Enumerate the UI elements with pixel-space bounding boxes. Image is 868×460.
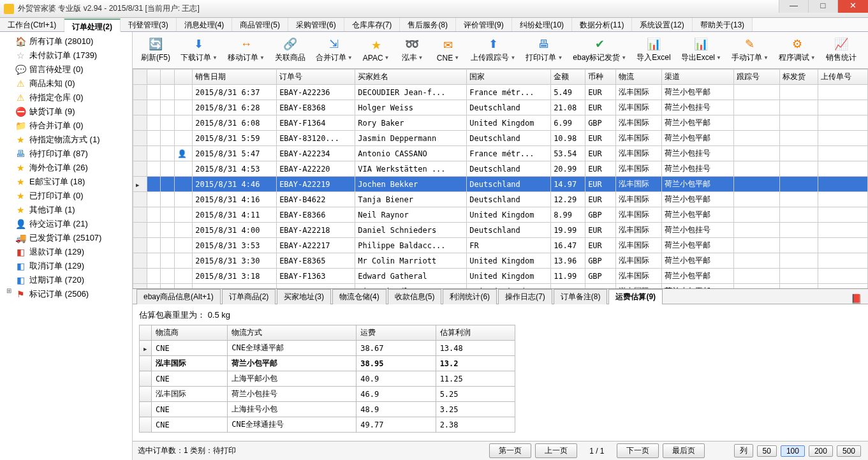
column-button[interactable]: 列 <box>734 444 753 457</box>
cell[interactable] <box>818 100 868 115</box>
cell[interactable]: 2015/8/31 3:30 <box>193 253 277 269</box>
cell[interactable]: France métr... <box>467 146 551 161</box>
cell[interactable] <box>161 161 175 177</box>
cell[interactable] <box>818 115 868 131</box>
cell[interactable]: EUR <box>585 177 616 192</box>
cell[interactable] <box>780 253 818 269</box>
cell[interactable] <box>734 223 780 238</box>
table-row[interactable]: 2015/8/31 3:18EBAY-F1363Edward GatheralU… <box>133 269 868 284</box>
table-row[interactable]: 2015/8/31 5:59EBAY-83120...Jasmin Depper… <box>133 131 868 146</box>
cell[interactable]: France métr... <box>467 85 551 100</box>
cell[interactable] <box>818 131 868 146</box>
menu-tab-5[interactable]: 采购管理(6) <box>288 18 344 31</box>
ship-row[interactable]: 泓丰国际荷兰小包挂号46.95.25 <box>140 387 515 402</box>
cell[interactable]: Daniel Schnieders <box>355 223 467 238</box>
cell[interactable]: 👤 <box>174 146 193 161</box>
cell[interactable]: Holger Weiss <box>355 100 467 115</box>
cell[interactable]: 泓丰国际 <box>616 192 662 207</box>
col-header[interactable]: 上传单号 <box>818 70 868 85</box>
cell[interactable]: 19.99 <box>551 223 585 238</box>
cell[interactable]: 2015/8/31 4:53 <box>193 161 277 177</box>
row-header[interactable] <box>133 131 147 146</box>
cell[interactable] <box>818 177 868 192</box>
ship-cell[interactable]: 2.38 <box>436 417 515 433</box>
maximize-button[interactable]: □ <box>808 0 837 13</box>
cell[interactable] <box>734 192 780 207</box>
cell[interactable] <box>818 161 868 177</box>
cell[interactable]: EUR <box>585 131 616 146</box>
cell[interactable]: FR <box>467 238 551 253</box>
detail-tab-6[interactable]: 操作日志(7) <box>498 289 552 304</box>
cell[interactable]: 6.99 <box>551 115 585 131</box>
ship-row-header[interactable] <box>140 356 152 371</box>
ship-col-header[interactable]: 物流商 <box>152 325 228 341</box>
cell[interactable] <box>174 85 193 100</box>
cell[interactable]: Deutschland <box>467 131 551 146</box>
sidebar-item-3[interactable]: ⚠商品未知 (0) <box>1 77 131 91</box>
cell[interactable] <box>734 253 780 269</box>
ship-cell[interactable]: CNE <box>152 417 228 433</box>
cell[interactable]: Deutschland <box>467 161 551 177</box>
cell[interactable] <box>174 161 193 177</box>
cell[interactable] <box>174 207 193 223</box>
cell[interactable] <box>174 177 193 192</box>
sidebar-item-0[interactable]: 🏠所有订单 (28010) <box>1 34 131 48</box>
table-row[interactable]: 2015/8/31 6:08EBAY-F1364Rory BakerUnited… <box>133 115 868 131</box>
cell[interactable] <box>818 192 868 207</box>
ship-cell[interactable]: 5.25 <box>436 387 515 402</box>
cell[interactable]: Antonio CASSANO <box>355 146 467 161</box>
row-header[interactable] <box>133 223 147 238</box>
toolbar-打印订单[interactable]: 🖶打印订单▼ <box>521 35 567 65</box>
cell[interactable] <box>780 269 818 284</box>
toolbar-刷新(F5)[interactable]: 🔄刷新(F5) <box>136 35 175 65</box>
cell[interactable]: 荷兰小包平邮 <box>661 284 734 290</box>
ship-row-header[interactable] <box>140 387 152 402</box>
next-page-button[interactable]: 下一页 <box>617 443 659 458</box>
cell[interactable]: United Kingdom <box>467 207 551 223</box>
table-row[interactable]: 2015/8/31 6:37EBAY-A22236DECOUDIER Jean-… <box>133 85 868 100</box>
col-header[interactable] <box>133 70 147 85</box>
cell[interactable]: 8.99 <box>551 284 585 290</box>
cell[interactable] <box>147 192 161 207</box>
toolbar-关联商品[interactable]: 🔗关联商品 <box>270 35 310 65</box>
cell[interactable]: 2015/8/31 6:37 <box>193 85 277 100</box>
menu-tab-9[interactable]: 纠纷处理(10) <box>512 18 572 31</box>
toolbar-泓丰[interactable]: ➿泓丰▼ <box>395 35 429 65</box>
cell[interactable] <box>734 115 780 131</box>
cell[interactable]: EUR <box>585 161 616 177</box>
cell[interactable]: EBAY-A22236 <box>277 85 355 100</box>
cell[interactable]: 泓丰国际 <box>616 223 662 238</box>
cell[interactable]: EUR <box>585 85 616 100</box>
cell[interactable]: EUR <box>585 238 616 253</box>
table-row[interactable]: 2015/8/31 2:55EBAY-F1361Singani NdlovuUn… <box>133 284 868 290</box>
cell[interactable] <box>161 146 175 161</box>
cell[interactable]: EBAY-E8365 <box>277 253 355 269</box>
cell[interactable]: 2015/8/31 6:28 <box>193 100 277 115</box>
cell[interactable]: 5.49 <box>551 85 585 100</box>
ship-cell[interactable]: CNE全球通挂号 <box>228 417 357 433</box>
cell[interactable] <box>147 85 161 100</box>
cell[interactable]: United Kingdom <box>467 284 551 290</box>
sidebar-item-9[interactable]: ★海外仓订单 (26) <box>1 161 131 175</box>
cell[interactable] <box>780 223 818 238</box>
cell[interactable]: Deutschland <box>467 192 551 207</box>
cell[interactable] <box>161 253 175 269</box>
row-header[interactable] <box>133 146 147 161</box>
sidebar-item-11[interactable]: ★已打印订单 (0) <box>1 189 131 203</box>
detail-tab-0[interactable]: ebay商品信息(Alt+1) <box>136 289 221 304</box>
cell[interactable]: 12.29 <box>551 192 585 207</box>
cell[interactable]: 泓丰国际 <box>616 161 662 177</box>
cell[interactable]: Philippe Baldacc... <box>355 238 467 253</box>
cell[interactable] <box>161 192 175 207</box>
ship-cell[interactable]: 泓丰国际 <box>152 387 228 402</box>
cell[interactable]: GBP <box>585 253 616 269</box>
cell[interactable] <box>161 207 175 223</box>
menu-tab-11[interactable]: 系统设置(12) <box>632 18 692 31</box>
cell[interactable] <box>161 115 175 131</box>
col-header[interactable]: 国家 <box>467 70 551 85</box>
col-header[interactable]: 标发货 <box>780 70 818 85</box>
cell[interactable]: 泓丰国际 <box>616 284 662 290</box>
col-header[interactable]: 渠道 <box>661 70 734 85</box>
ship-cell[interactable]: CNE全球通平邮 <box>228 341 357 356</box>
ship-cell[interactable]: 13.48 <box>436 341 515 356</box>
